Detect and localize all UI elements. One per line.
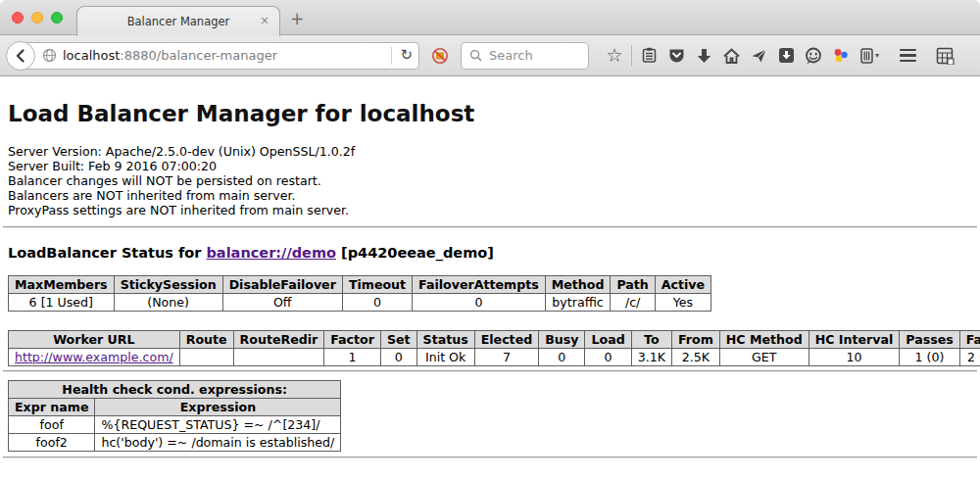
cell-method: bytraffic: [545, 294, 611, 312]
clipboard-icon: [641, 47, 658, 64]
zoom-window-button[interactable]: [51, 12, 63, 24]
feedback-smiley-button[interactable]: [800, 42, 827, 70]
search-icon: [469, 49, 482, 62]
col-maxmembers: MaxMembers: [9, 276, 115, 294]
col-to: To: [631, 331, 671, 349]
cell-route: [179, 349, 233, 366]
server-info: Server Version: Apache/2.5.0-dev (Unix) …: [8, 144, 972, 217]
url-text[interactable]: localhost:8880/balancer-manager: [63, 48, 277, 63]
close-window-button[interactable]: [12, 12, 24, 24]
search-placeholder: Search: [489, 48, 533, 63]
col-fails: Fails: [959, 331, 980, 349]
cell-hc-method: GET: [719, 349, 808, 366]
col-active: Active: [655, 276, 710, 294]
col-disablefailover: DisableFailover: [222, 276, 342, 294]
cell-hc-interval: 10: [808, 349, 900, 366]
pocket-button[interactable]: [662, 42, 690, 70]
server-built-line: Server Built: Feb 9 2016 07:00:20: [8, 159, 972, 173]
star-icon: ☆: [606, 46, 622, 65]
loadbalancer-status-heading: LoadBalancer Status for balancer://demo …: [8, 245, 972, 261]
cell-path: /c/: [611, 294, 655, 312]
health-table-title: Health check cond. expressions:: [9, 381, 341, 399]
page-title: Load Balancer Manager for localhost: [8, 101, 972, 126]
proxypass-note-line: ProxyPass settings are NOT inherited fro…: [8, 203, 972, 217]
server-version-line: Server Version: Apache/2.5.0-dev (Unix) …: [8, 144, 972, 159]
worker-url-link[interactable]: http://www.example.com/: [15, 350, 173, 364]
col-path: Path: [611, 276, 655, 294]
table-header-row: MaxMembers StickySession DisableFailover…: [9, 276, 711, 294]
cell-routeredir: [233, 349, 324, 366]
tab-close-icon[interactable]: ×: [260, 15, 270, 26]
cell-load: 0: [585, 349, 631, 366]
urlbar-separator: [391, 47, 392, 65]
reading-list-button[interactable]: [635, 42, 662, 70]
hamburger-icon: [900, 49, 916, 63]
cell-expression: %{REQUEST_STATUS} =~ /^[234]/: [95, 416, 341, 434]
download-panel-icon: [778, 47, 795, 64]
col-stickysession: StickySession: [114, 276, 222, 294]
cell-passes: 1 (0): [900, 349, 959, 366]
divider: [3, 457, 977, 458]
inherit-note-line: Balancers are NOT inherited from main se…: [8, 188, 972, 203]
page-content: Load Balancer Manager for localhost Serv…: [0, 101, 980, 458]
pocket-icon: [668, 48, 685, 64]
menu-button[interactable]: [894, 42, 921, 70]
cell-elected: 7: [474, 349, 539, 366]
col-from: From: [671, 331, 719, 349]
send-tab-button[interactable]: [745, 42, 772, 70]
divider: [3, 370, 977, 372]
health-check-table: Health check cond. expressions: Expr nam…: [8, 380, 341, 452]
content-blocked-icon[interactable]: [430, 46, 450, 66]
url-bar[interactable]: localhost:8880/balancer-manager ↻: [20, 42, 419, 70]
cell-from: 2.5K: [671, 349, 719, 366]
health-row: foof2 hc('body') =~ /domain is establish…: [9, 434, 341, 452]
worker-status-table: Worker URL Route RouteRedir Factor Set S…: [8, 330, 980, 366]
balancer-demo-link[interactable]: balancer://demo: [206, 245, 336, 261]
cell-timeout: 0: [342, 294, 412, 312]
minimize-window-button[interactable]: [31, 12, 43, 24]
col-factor: Factor: [324, 331, 381, 349]
home-button[interactable]: [717, 42, 745, 70]
table-row: 6 [1 Used] (None) Off 0 0 bytraffic /c/ …: [9, 294, 711, 312]
colored-dots-icon: [832, 47, 850, 65]
back-arrow-icon: [13, 48, 28, 64]
col-failoverattempts: FailoverAttempts: [413, 276, 546, 294]
tab-balancer-manager[interactable]: Balancer Manager ×: [76, 6, 280, 36]
cell-maxmembers: 6 [1 Used]: [9, 294, 115, 312]
reload-icon[interactable]: ↻: [400, 48, 413, 63]
cell-status: Init Ok: [416, 349, 474, 366]
tab-title: Balancer Manager: [127, 15, 230, 28]
download-arrow-icon: [697, 48, 711, 64]
downloads-button[interactable]: [690, 42, 717, 70]
divider: [3, 226, 977, 228]
cell-active: Yes: [655, 294, 710, 312]
cell-to: 3.1K: [631, 349, 671, 366]
col-load: Load: [585, 331, 631, 349]
cell-stickysession: (None): [114, 294, 222, 312]
back-button[interactable]: [6, 41, 35, 71]
cell-disablefailover: Off: [222, 294, 342, 312]
table-header-row: Expr name Expression: [9, 399, 341, 416]
container-caret-icon[interactable]: ▾: [875, 51, 879, 60]
cell-set: 0: [380, 349, 416, 366]
paper-plane-icon: [751, 48, 767, 64]
traffic-lights: [12, 12, 63, 24]
cell-expr-name: foof2: [9, 434, 95, 452]
cell-expr-name: foof: [9, 416, 95, 434]
container-icon: [859, 47, 874, 64]
browser-window: Balancer Manager × + localhost:8880/bala…: [0, 0, 980, 481]
colored-dots-button[interactable]: [827, 42, 855, 70]
search-input[interactable]: Search: [461, 42, 589, 70]
cell-factor: 1: [324, 349, 381, 366]
cell-expression: hc('body') =~ /domain is established/: [95, 434, 341, 452]
new-tab-button[interactable]: +: [290, 9, 304, 28]
pages-grid-button[interactable]: [931, 42, 958, 70]
col-status: Status: [416, 331, 474, 349]
table-header-row: Worker URL Route RouteRedir Factor Set S…: [9, 331, 980, 349]
col-routeredir: RouteRedir: [233, 331, 324, 349]
download-panel-button[interactable]: [772, 42, 800, 70]
cell-worker-url: http://www.example.com/: [9, 349, 180, 366]
bookmark-star-button[interactable]: ☆: [601, 42, 628, 70]
navigation-toolbar: localhost:8880/balancer-manager ↻ Search…: [0, 35, 980, 76]
pages-grid-icon: [936, 47, 955, 65]
